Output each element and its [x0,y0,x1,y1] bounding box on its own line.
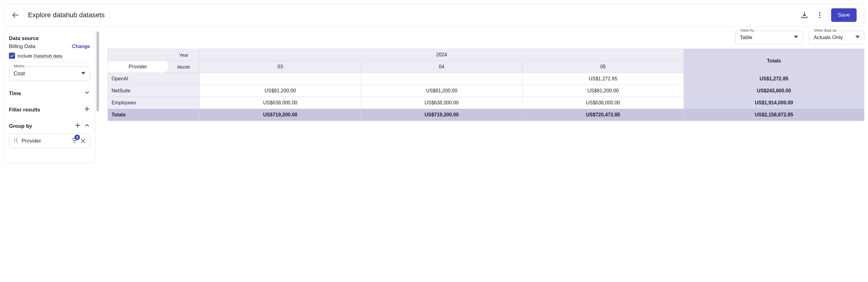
view-as-select[interactable]: Table [735,31,803,44]
column-total-cell: US$719,200.00 [199,109,361,121]
view-data-as-label: View data as [813,28,838,33]
totals-row: Totals US$719,200.00 US$719,200.00 US$72… [108,109,864,121]
month-header-2: 05 [522,61,684,73]
side-panel: Data source Billing Data Change Include … [4,31,95,163]
metric-field-label: Metric [12,64,26,68]
data-cell: US$81,200.00 [199,85,361,97]
chevron-up-icon [84,122,90,130]
view-data-as-select[interactable]: Actuals Only [809,31,864,44]
include-datahub-checkbox[interactable] [9,53,15,59]
row-total-cell: US$1,914,000.00 [684,97,864,109]
data-source-heading: Data source [9,35,90,41]
svg-point-14 [16,142,17,143]
divider [10,62,90,62]
svg-point-2 [819,12,820,13]
time-section-header[interactable]: Time [9,90,90,97]
table-corner-blank [108,49,168,61]
svg-point-3 [819,15,820,16]
filter-results-section-header[interactable]: Filter results [9,106,90,114]
svg-point-11 [14,140,15,141]
change-data-source-link[interactable]: Change [72,44,90,49]
filter-results-label: Filter results [9,107,40,113]
group-by-chip-label: Provider [22,138,41,144]
totals-row-header: Totals [108,109,200,121]
svg-point-13 [14,142,15,143]
more-vertical-icon[interactable] [816,11,824,19]
year-label-cell: Year [168,49,199,61]
svg-point-9 [14,138,15,139]
grand-total-cell: US$2,158,872.85 [684,109,864,121]
data-cell [199,73,361,85]
month-label-cell: Month [168,61,199,73]
data-cell: US$81,200.00 [522,85,684,97]
metric-select[interactable]: Cost [9,66,90,81]
data-cell: US$81,200.00 [361,85,522,97]
data-table: Year 2024 Totals Month 03 04 05 Provider [107,49,864,121]
month-header-0: 03 [199,61,361,73]
plus-icon[interactable] [75,122,81,130]
scrollbar-thumb[interactable] [96,31,99,111]
data-cell: US$638,000.00 [361,97,522,109]
plus-icon[interactable] [84,106,90,114]
data-cell: US$1,272.85 [522,73,684,85]
row-header: Employees [108,97,200,109]
download-icon[interactable] [800,11,808,19]
group-by-label: Group by [9,123,32,129]
data-cell: US$638,000.00 [199,97,361,109]
caret-down-icon [81,70,86,77]
group-by-section-header[interactable]: Group by [9,122,90,130]
table-row: Employees US$638,000.00 US$638,000.00 US… [108,97,864,109]
data-source-name: Billing Data [9,44,35,50]
month-header-1: 04 [361,61,522,73]
view-as-label: View As [739,28,755,33]
back-arrow-icon[interactable] [11,11,19,19]
data-cell [361,73,522,85]
group-by-chip-provider[interactable]: Provider 3 [9,134,90,148]
save-button[interactable]: Save [831,8,857,22]
column-total-cell: US$720,472.85 [522,109,684,121]
include-datahub-label: Include DataHub data [18,53,62,58]
column-total-cell: US$719,200.00 [361,109,522,121]
time-section-label: Time [9,90,21,97]
row-header: OpenAI [108,73,200,85]
row-total-cell: US$243,600.00 [684,85,864,97]
drag-handle-icon[interactable] [13,138,19,144]
svg-point-4 [819,17,820,18]
table-row: NetSuite US$81,200.00 US$81,200.00 US$81… [108,85,864,97]
row-header: NetSuite [108,85,200,97]
row-total-cell: US$1,272.85 [684,73,864,85]
page-title: Explore datahub datasets [28,11,792,19]
metric-select-value: Cost [13,70,25,77]
caret-down-icon [794,34,798,40]
view-data-as-value: Actuals Only [814,34,843,40]
provider-column-header[interactable]: Provider [108,61,168,73]
filter-count-badge: 3 [74,135,80,140]
caret-down-icon [856,34,860,40]
svg-point-12 [16,140,17,141]
data-cell: US$638,000.00 [522,97,684,109]
table-row: OpenAI US$1,272.85 US$1,272.85 [108,73,864,85]
totals-column-header: Totals [684,49,864,73]
view-as-value: Table [740,34,752,40]
year-value-cell: 2024 [199,49,684,61]
top-bar: Explore datahub datasets Save [4,4,864,26]
chevron-down-icon [84,90,90,97]
main-content: View As Table View data as Actuals Only [107,31,864,163]
svg-point-10 [16,138,17,139]
remove-chip-icon[interactable] [80,138,86,144]
resize-handle-icon[interactable] [164,69,167,72]
filter-icon[interactable]: 3 [71,137,78,145]
